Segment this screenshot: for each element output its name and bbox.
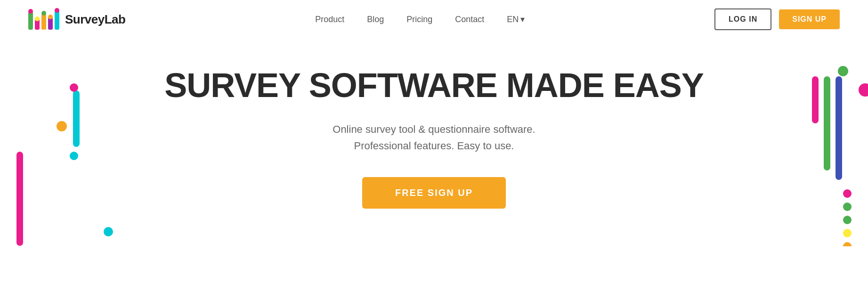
hero-subtitle: Online survey tool & questionnaire softw… (94, 121, 774, 154)
deco-pink-dot-left-top (70, 83, 78, 92)
nav-contact[interactable]: Contact (455, 15, 484, 24)
deco-pink-dot-right (859, 83, 868, 97)
deco-cyan-bar-left (73, 90, 80, 147)
hero-section: SURVEY SOFTWARE MADE EASY Online survey … (0, 39, 868, 246)
deco-green-dot-right-top (838, 66, 848, 76)
navbar: SurveyLab Product Blog Pricing Contact E… (0, 0, 868, 39)
deco-cyan-dot-left-bottom (70, 152, 78, 160)
deco-green-bar-right (824, 76, 830, 170)
deco-dot-1 (843, 189, 852, 198)
free-signup-button[interactable]: FREE SIGN UP (362, 177, 506, 209)
deco-dot-2 (843, 203, 852, 211)
logo-area: SurveyLab (28, 9, 125, 30)
language-selector[interactable]: EN ▾ (507, 14, 525, 24)
nav-pricing[interactable]: Pricing (406, 15, 432, 24)
deco-orange-dot-left (57, 121, 67, 131)
deco-pink-bar-left (16, 152, 23, 246)
deco-dot-5 (843, 242, 852, 246)
deco-indigo-bar-right (836, 76, 842, 180)
nav-blog[interactable]: Blog (367, 15, 384, 24)
nav-product[interactable]: Product (315, 15, 344, 24)
deco-right-dots-column (843, 189, 852, 246)
logo-icon (28, 9, 59, 30)
signup-button[interactable]: SIGN UP (779, 9, 840, 29)
deco-teal-dot-left (104, 227, 113, 236)
hero-title: SURVEY SOFTWARE MADE EASY (94, 67, 774, 104)
nav-actions: LOG IN SIGN UP (714, 8, 840, 30)
deco-pink-bar-right (812, 76, 819, 123)
logo-text: SurveyLab (65, 12, 125, 27)
nav-links: Product Blog Pricing Contact EN ▾ (315, 14, 525, 24)
login-button[interactable]: LOG IN (714, 8, 771, 30)
deco-dot-3 (843, 216, 852, 224)
deco-dot-4 (843, 229, 852, 237)
